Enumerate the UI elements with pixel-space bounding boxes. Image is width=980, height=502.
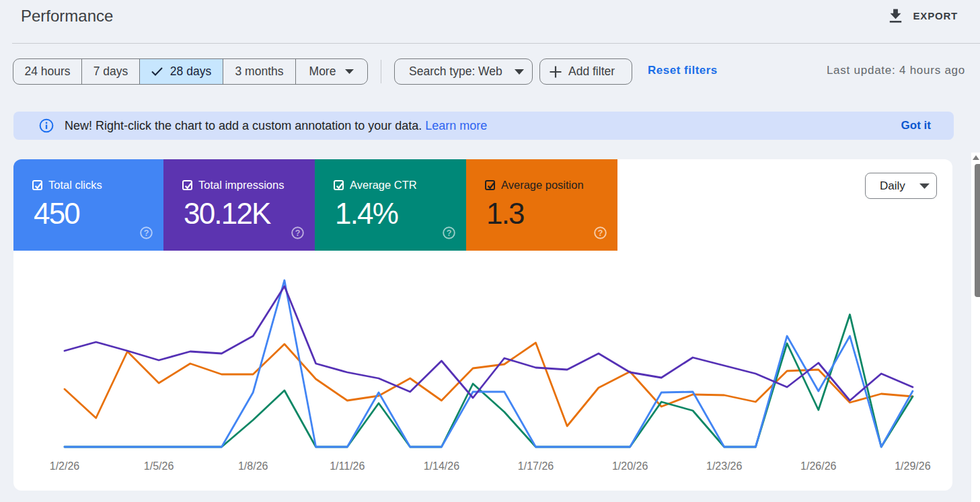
svg-text:1/8/26: 1/8/26 (238, 460, 268, 472)
svg-text:1/26/26: 1/26/26 (800, 460, 836, 472)
svg-text:?: ? (447, 228, 452, 238)
svg-text:?: ? (598, 228, 603, 238)
svg-text:1/29/26: 1/29/26 (895, 460, 930, 472)
svg-text:1/17/26: 1/17/26 (518, 460, 554, 472)
svg-text:1/20/26: 1/20/26 (612, 460, 648, 472)
svg-text:1/11/26: 1/11/26 (330, 460, 365, 472)
svg-text:?: ? (295, 228, 301, 238)
svg-text:1/14/26: 1/14/26 (424, 460, 459, 472)
svg-text:1/2/26: 1/2/26 (50, 460, 80, 472)
svg-text:1/5/26: 1/5/26 (144, 460, 174, 472)
svg-text:?: ? (144, 228, 149, 238)
svg-text:1/23/26: 1/23/26 (706, 460, 742, 472)
